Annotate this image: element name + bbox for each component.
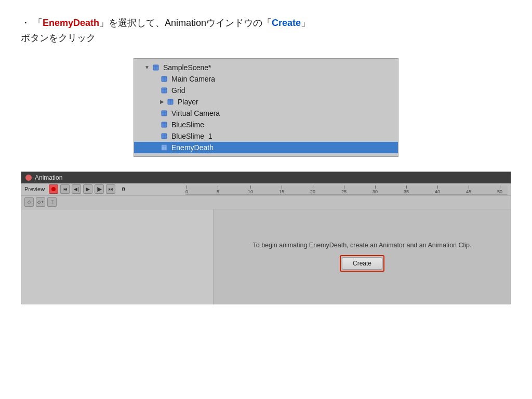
create-button[interactable]: Create bbox=[342, 257, 382, 270]
preview-label: Preview bbox=[24, 186, 45, 192]
animation-content: To begin animating EnemyDeath, create an… bbox=[252, 223, 471, 290]
scene-item-enemy-death[interactable]: EnemyDeath bbox=[134, 142, 398, 153]
animation-panel: Animation Preview ⏮ ◀| ▶ |▶ ⏭ 0 bbox=[21, 171, 511, 304]
scene-hierarchy-panel: ▼ SampleScene* bbox=[134, 58, 398, 157]
animation-dot bbox=[25, 175, 32, 181]
scene-root-item[interactable]: ▼ SampleScene* bbox=[134, 62, 398, 73]
instruction-line2: ボタンをクリック bbox=[21, 33, 96, 43]
arrow-icon: ▼ bbox=[144, 64, 150, 70]
animation-toolbar: Preview ⏮ ◀| ▶ |▶ ⏭ 0 bbox=[21, 183, 511, 196]
prev-frame-icon: ◀| bbox=[74, 187, 78, 192]
goto-end-icon: ⏭ bbox=[109, 187, 113, 192]
arrow-icon: ▶ bbox=[160, 99, 164, 104]
keyframe-icon: ◇ bbox=[28, 200, 31, 205]
goto-start-icon: ⏮ bbox=[63, 187, 68, 192]
cube-icon bbox=[160, 143, 168, 152]
animation-title: Animation bbox=[35, 174, 62, 181]
scene-item-blueslime-1[interactable]: BlueSlime_1 bbox=[134, 130, 398, 142]
goto-end-button[interactable]: ⏭ bbox=[106, 184, 115, 194]
scene-item-grid[interactable]: Grid bbox=[134, 85, 398, 96]
next-frame-button[interactable]: |▶ bbox=[95, 184, 104, 194]
cube-icon bbox=[166, 98, 175, 106]
scene-item-label: Virtual Camera bbox=[171, 109, 220, 117]
add-keyframe-button[interactable]: ◇+ bbox=[36, 197, 45, 207]
cube-icon bbox=[160, 109, 168, 117]
insert-button[interactable]: ⌶ bbox=[47, 197, 57, 207]
record-button[interactable] bbox=[49, 184, 58, 194]
scene-item-label: Main Camera bbox=[171, 75, 215, 83]
add-keyframe-icon: ◇+ bbox=[37, 200, 44, 205]
scene-item-main-camera[interactable]: Main Camera bbox=[134, 73, 398, 85]
create-highlight: Create bbox=[272, 18, 301, 28]
next-frame-icon: |▶ bbox=[97, 187, 101, 192]
scene-item-virtual-camera[interactable]: Virtual Camera bbox=[134, 108, 398, 119]
insert-icon: ⌶ bbox=[51, 200, 54, 205]
prev-frame-button[interactable]: ◀| bbox=[72, 184, 81, 194]
play-icon: ▶ bbox=[86, 187, 90, 192]
bullet: ・ bbox=[21, 18, 30, 28]
scene-root-label: SampleScene* bbox=[163, 63, 211, 72]
animation-toolbar2: ◇ ◇+ ⌶ bbox=[21, 196, 511, 209]
scene-item-label: Grid bbox=[171, 86, 185, 95]
keyframe-button[interactable]: ◇ bbox=[24, 197, 34, 207]
goto-start-button[interactable]: ⏮ bbox=[60, 184, 70, 194]
cube-icon bbox=[160, 86, 168, 95]
enemy-death-highlight: EnemyDeath bbox=[43, 18, 99, 28]
scene-item-label: EnemyDeath bbox=[171, 143, 214, 152]
instruction-block: ・「EnemyDeath」を選択して、Animationウインドウの「Creat… bbox=[21, 16, 511, 46]
cube-icon bbox=[160, 121, 168, 129]
play-button[interactable]: ▶ bbox=[83, 184, 92, 194]
instruction-part1: 「 bbox=[33, 18, 43, 28]
cube-icon bbox=[160, 132, 168, 140]
timecode: 0 bbox=[122, 186, 125, 193]
animation-message: To begin animating EnemyDeath, create an… bbox=[252, 242, 471, 249]
scene-item-label: BlueSlime bbox=[171, 121, 204, 129]
scene-item-blueslime[interactable]: BlueSlime bbox=[134, 119, 398, 130]
instruction-part3: 」 bbox=[301, 18, 310, 28]
scene-item-label: BlueSlime_1 bbox=[171, 132, 212, 140]
cube-icon bbox=[160, 75, 168, 83]
cube-icon bbox=[152, 63, 160, 72]
animation-header: Animation bbox=[21, 172, 511, 183]
instruction-part2: 」を選択して、Animationウインドウの「 bbox=[99, 18, 272, 28]
scene-item-label: Player bbox=[178, 98, 198, 106]
create-button-wrapper: Create bbox=[340, 255, 384, 272]
scene-item-player[interactable]: ▶ Player bbox=[134, 96, 398, 108]
record-dot bbox=[51, 187, 56, 191]
